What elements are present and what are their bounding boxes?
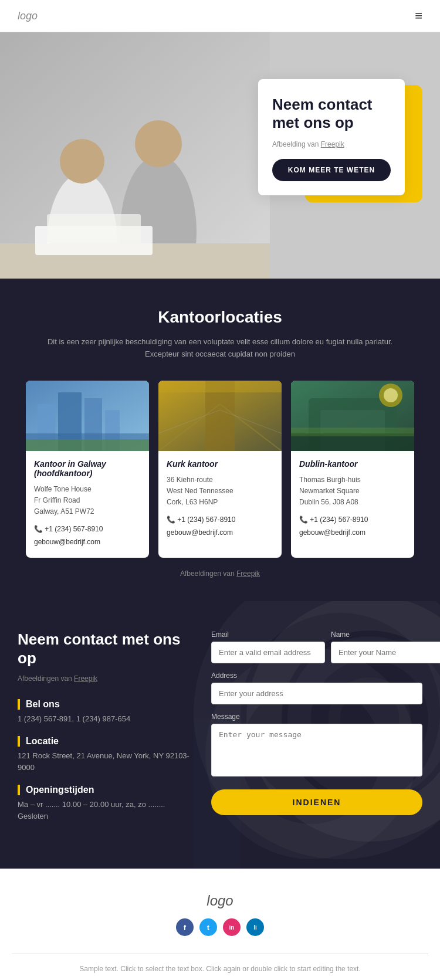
hamburger-menu-icon[interactable]: ≡ [415,8,422,23]
svg-rect-7 [47,214,141,243]
address-label: Address [211,672,422,680]
svg-rect-26 [291,428,414,436]
office-card-body-dublin: Dublin-kantoor Thomas Burgh-huis Newmark… [291,459,414,540]
contact-phone-label: Bel ons [18,699,194,710]
office-contact-dublin: 📞 +1 (234) 567-8910 gebouw@bedrijf.com [299,514,406,539]
contact-section: Neem contact met ons op Afbeeldingen van… [0,601,440,869]
office-address-galway: Wolfe Tone House Fr Griffin Road Galway,… [34,484,141,518]
contact-location-block: Locatie 121 Rock Street, 21 Avenue, New … [18,736,194,773]
email-label: Email [211,630,325,639]
office-name-cork: Kurk kantoor [167,459,273,469]
office-image-dublin [291,381,414,451]
office-card-galway: Kantoor in Galway(hoofdkantoor) Wolfe To… [26,381,149,558]
name-input[interactable] [331,642,440,663]
office-image-galway [26,381,149,451]
hero-card-title: Neem contact met ons op [272,96,391,132]
contact-credit: Afbeeldingen van Freepik [18,674,194,683]
svg-rect-14 [26,439,149,451]
offices-section: Kantoorlocaties Dit is een zeer pijnlijk… [0,279,440,601]
contact-hours-block: Openingstijden Ma – vr ....... 10.00 – 2… [18,785,194,822]
svg-point-28 [384,388,398,402]
footer-sample-text[interactable]: Sample text. Click to select the text bo… [12,964,428,975]
svg-point-4 [135,120,182,167]
office-address-dublin: Thomas Burgh-huis Newmarket Square Dubli… [299,474,406,508]
contact-hours-label: Openingstijden [18,785,194,795]
contact-location-value: 121 Rock Street, 21 Avenue, New York, NY… [18,750,194,773]
navbar: logo ≡ [0,0,440,32]
social-icons: f t in li [12,918,428,936]
form-group-address: Address [211,672,422,704]
office-name-dublin: Dublin-kantoor [299,459,406,469]
hero-card-wrapper: Neem contact met ons op Afbeelding van F… [258,79,417,195]
contact-hours-value: Ma – vr ....... 10.00 – 20.00 uur, za, z… [18,799,194,822]
hero-card: Neem contact met ons op Afbeelding van F… [258,79,405,195]
form-group-message: Message [211,713,422,779]
contact-inner: Neem contact met ons op Afbeeldingen van… [18,630,422,833]
hero-card-credit: Afbeelding van Freepik [272,140,391,148]
hero-background-image [0,32,270,279]
office-contact-galway: 📞 +1 (234) 567-8910 gebouw@bedrijf.com [34,523,141,548]
submit-button[interactable]: INDIENEN [211,789,422,815]
svg-rect-17 [158,381,282,392]
offices-credit: Afbeeldingen van Freepik [18,569,422,584]
contact-section-title: Neem contact met ons op [18,630,194,667]
office-address-cork: 36 Kiehn-route West Ned Tennessee Cork, … [167,474,273,508]
contact-form-panel: Email Name Address Message INDIENEN [211,630,422,833]
office-name-galway: Kantoor in Galway(hoofdkantoor) [34,459,141,478]
footer: logo f t in li Sample text. Click to sel… [0,869,440,980]
office-card-body-galway: Kantoor in Galway(hoofdkantoor) Wolfe To… [26,459,149,549]
message-label: Message [211,713,422,721]
offices-title: Kantoorlocaties [18,308,422,327]
office-image-cork [158,381,282,451]
form-group-name: Name [331,630,440,663]
navbar-logo: logo [18,10,38,22]
facebook-icon[interactable]: f [176,918,194,936]
twitter-icon[interactable]: t [199,918,217,936]
name-label: Name [331,630,440,639]
offices-grid: Kantoor in Galway(hoofdkantoor) Wolfe To… [18,381,422,558]
address-input[interactable] [211,683,422,704]
offices-description: Dit is een zeer pijnlijke beschuldiging … [44,336,396,361]
contact-location-label: Locatie [18,736,194,747]
office-card-dublin: Dublin-kantoor Thomas Burgh-huis Newmark… [291,381,414,558]
form-group-email: Email [211,630,325,663]
form-row-email-name: Email Name [211,630,422,663]
svg-point-2 [60,139,104,184]
message-textarea[interactable] [211,724,422,776]
footer-divider [12,954,428,954]
office-card-cork: Kurk kantoor 36 Kiehn-route West Ned Ten… [158,381,282,558]
email-input[interactable] [211,642,325,663]
contact-left-panel: Neem contact met ons op Afbeeldingen van… [18,630,194,833]
contact-phone-block: Bel ons 1 (234) 567-891, 1 (234) 987-654 [18,699,194,725]
linkedin-icon[interactable]: li [246,918,264,936]
hero-section: Neem contact met ons op Afbeelding van F… [0,32,440,279]
office-card-body-cork: Kurk kantoor 36 Kiehn-route West Ned Ten… [158,459,282,540]
footer-logo: logo [12,893,428,909]
office-contact-cork: 📞 +1 (234) 567-8910 gebouw@bedrijf.com [167,514,273,539]
hero-cta-button[interactable]: KOM MEER TE WETEN [272,159,391,181]
instagram-icon[interactable]: in [223,918,241,936]
contact-phone-value: 1 (234) 567-891, 1 (234) 987-654 [18,713,194,725]
